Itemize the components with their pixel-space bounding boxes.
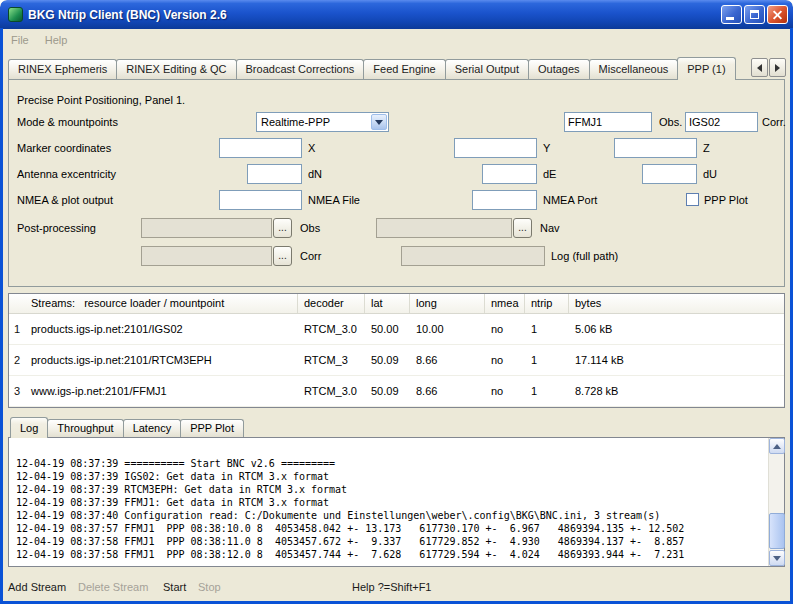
tab-outages[interactable]: Outages xyxy=(528,59,590,79)
column-header-nmea: nmea xyxy=(485,294,525,313)
antenna-dn-input[interactable] xyxy=(247,164,302,184)
marker-x-input[interactable] xyxy=(219,138,302,158)
marker-coordinates-label: Marker coordinates xyxy=(17,138,111,158)
row-number: 2 xyxy=(9,345,25,375)
header-gutter xyxy=(9,294,25,313)
post-processing-label: Post-processing xyxy=(17,218,96,238)
log-view: 12-04-19 08:37:39 ========== Start BNC v… xyxy=(8,437,785,567)
cell-nmea: no xyxy=(485,314,525,344)
log-line: 12-04-19 08:37:39 FFMJ1: Get data in RTC… xyxy=(16,496,763,509)
table-row[interactable]: 1 products.igs-ip.net:2101/IGS02 RTCM_3.… xyxy=(9,314,784,345)
tab-rinex-ephemeris[interactable]: RINEX Ephemeris xyxy=(8,59,117,79)
marker-z-input[interactable] xyxy=(614,138,697,158)
tab-bar: RINEX Ephemeris RINEX Editing & QC Broad… xyxy=(8,56,735,79)
row-number: 1 xyxy=(9,314,25,344)
menu-bar: File Help xyxy=(3,29,790,51)
app-icon[interactable] xyxy=(8,7,23,22)
tab-rinex-editing-qc[interactable]: RINEX Editing & QC xyxy=(116,59,236,79)
scroll-down-button[interactable] xyxy=(769,550,785,566)
tab-serial-output[interactable]: Serial Output xyxy=(445,59,529,79)
cell-ntrip: 1 xyxy=(525,314,569,344)
cell-decoder: RTCM_3 xyxy=(298,345,365,375)
tab-scroll-buttons xyxy=(750,58,786,77)
marker-x-label: X xyxy=(308,138,315,158)
close-button[interactable] xyxy=(767,5,788,24)
chevron-down-icon xyxy=(375,120,383,125)
cell-decoder: RTCM_3.0 xyxy=(298,376,365,406)
postproc-obs-label: Obs xyxy=(300,218,320,238)
cell-nmea: no xyxy=(485,345,525,375)
minimize-button[interactable] xyxy=(721,5,742,24)
minimize-icon xyxy=(726,17,734,20)
marker-y-input[interactable] xyxy=(454,138,537,158)
column-header-lat: lat xyxy=(365,294,410,313)
combo-dropdown-button xyxy=(371,114,387,130)
marker-z-label: Z xyxy=(703,138,710,158)
bnc-window: BKG Ntrip Client (BNC) Version 2.6 File … xyxy=(0,0,793,604)
tab-scroll-right-button[interactable] xyxy=(769,58,786,77)
tab-miscellaneous[interactable]: Miscellaneous xyxy=(589,59,679,79)
cell-decoder: RTCM_3.0 xyxy=(298,314,365,344)
arrow-down-icon xyxy=(773,556,781,561)
browse-nav-button[interactable]: ... xyxy=(513,218,532,238)
tab-ppp-1[interactable]: PPP (1) xyxy=(677,57,735,80)
scrollbar-thumb[interactable] xyxy=(769,513,785,549)
menu-item-file[interactable]: File xyxy=(3,31,37,49)
log-line: 12-04-19 08:37:58 FFMJ1 PPP 08:38:12.0 8… xyxy=(16,548,763,561)
tab-latency[interactable]: Latency xyxy=(123,419,182,437)
nmea-port-input[interactable] xyxy=(472,190,537,210)
table-row[interactable]: 2 products.igs-ip.net:2101/RTCM3EPH RTCM… xyxy=(9,345,784,376)
antenna-excentricity-label: Antenna excentricity xyxy=(17,164,116,184)
corr-mountpoint-input[interactable] xyxy=(685,112,758,132)
cell-mountpoint: products.igs-ip.net:2101/RTCM3EPH xyxy=(25,345,298,375)
add-stream-button[interactable]: Add Stream xyxy=(8,578,66,596)
nmea-file-label: NMEA File xyxy=(308,190,360,210)
tab-broadcast-corrections[interactable]: Broadcast Corrections xyxy=(236,59,365,79)
mode-combobox[interactable]: Realtime-PPP xyxy=(256,112,389,132)
maximize-button[interactable] xyxy=(744,5,765,24)
arrow-left-icon xyxy=(757,64,762,72)
cell-ntrip: 1 xyxy=(525,345,569,375)
browse-obs-button[interactable]: ... xyxy=(273,218,292,238)
cell-ntrip: 1 xyxy=(525,376,569,406)
stop-button: Stop xyxy=(198,578,221,596)
antenna-dn-label: dN xyxy=(308,164,322,184)
browse-corr-button[interactable]: ... xyxy=(273,246,292,266)
streams-table: Streams: resource loader / mountpoint de… xyxy=(8,293,785,408)
tab-log[interactable]: Log xyxy=(10,417,48,438)
log-line: 12-04-19 08:37:58 FFMJ1 PPP 08:38:11.0 8… xyxy=(16,535,763,548)
postproc-nav-label: Nav xyxy=(540,218,560,238)
table-row[interactable]: 3 www.igs-ip.net:2101/FFMJ1 RTCM_3.0 50.… xyxy=(9,376,784,407)
ppp-plot-checkbox[interactable] xyxy=(686,193,699,206)
start-button[interactable]: Start xyxy=(163,578,186,596)
window-title: BKG Ntrip Client (BNC) Version 2.6 xyxy=(28,8,719,22)
log-line: 12-04-19 08:37:39 RTCM3EPH: Get data in … xyxy=(16,483,763,496)
tab-feed-engine[interactable]: Feed Engine xyxy=(363,59,445,79)
tab-scroll-left-button[interactable] xyxy=(751,58,768,77)
marker-y-label: Y xyxy=(543,138,550,158)
antenna-de-input[interactable] xyxy=(482,164,537,184)
log-line: 12-04-19 08:37:39 ========== Start BNC v… xyxy=(16,457,763,470)
menu-item-help[interactable]: Help xyxy=(37,31,76,49)
cell-long: 10.00 xyxy=(410,314,485,344)
panel-title: Precise Point Positioning, Panel 1. xyxy=(17,90,185,110)
antenna-du-input[interactable] xyxy=(642,164,697,184)
delete-stream-button: Delete Stream xyxy=(78,578,148,596)
column-header-bytes: bytes xyxy=(569,294,784,313)
vertical-scrollbar[interactable] xyxy=(768,438,784,566)
tab-throughput[interactable]: Throughput xyxy=(47,419,123,437)
cell-long: 8.66 xyxy=(410,345,485,375)
column-header-long: long xyxy=(410,294,485,313)
title-bar[interactable]: BKG Ntrip Client (BNC) Version 2.6 xyxy=(0,0,793,29)
scroll-up-button[interactable] xyxy=(769,438,785,454)
antenna-du-label: dU xyxy=(703,164,717,184)
ppp-panel: Precise Point Positioning, Panel 1. Mode… xyxy=(8,79,785,287)
tab-ppp-plot[interactable]: PPP Plot xyxy=(180,419,244,437)
obs-mountpoint-input[interactable] xyxy=(564,112,652,132)
maximize-icon xyxy=(750,10,759,19)
arrow-up-icon xyxy=(773,444,781,449)
log-line: 12-04-19 08:37:39 IGS02: Get data in RTC… xyxy=(16,470,763,483)
footer-bar: Add Stream Delete Stream Start Stop Help… xyxy=(8,578,785,598)
nmea-file-input[interactable] xyxy=(219,190,302,210)
obs-label: Obs. xyxy=(659,112,682,132)
